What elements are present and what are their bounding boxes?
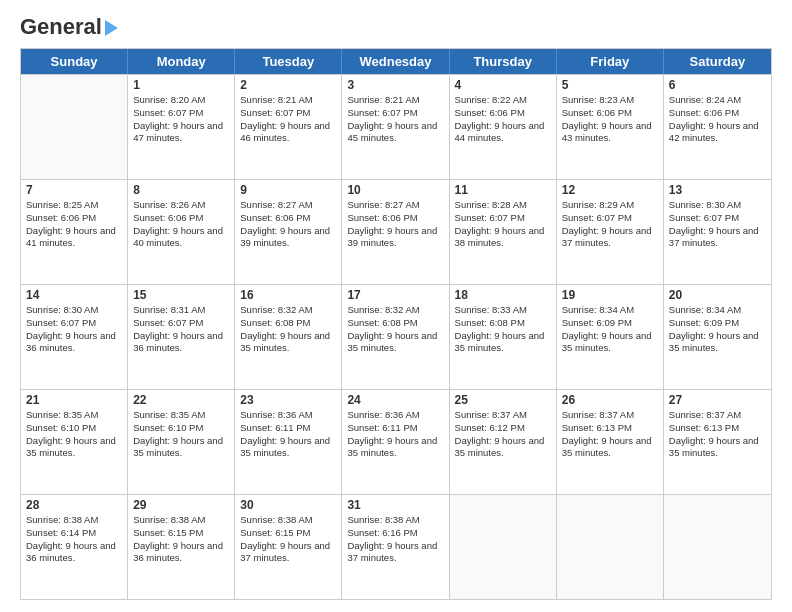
calendar-cell-3-3: 16 Sunrise: 8:32 AM Sunset: 6:08 PM Dayl…	[235, 285, 342, 389]
sunrise-text: Sunrise: 8:38 AM	[133, 514, 229, 527]
day-number: 18	[455, 288, 551, 302]
cell-info: Sunrise: 8:27 AM Sunset: 6:06 PM Dayligh…	[240, 199, 336, 250]
sunset-text: Sunset: 6:08 PM	[347, 317, 443, 330]
cell-info: Sunrise: 8:37 AM Sunset: 6:12 PM Dayligh…	[455, 409, 551, 460]
sunset-text: Sunset: 6:16 PM	[347, 527, 443, 540]
cell-info: Sunrise: 8:32 AM Sunset: 6:08 PM Dayligh…	[347, 304, 443, 355]
sunset-text: Sunset: 6:07 PM	[669, 212, 766, 225]
cell-info: Sunrise: 8:27 AM Sunset: 6:06 PM Dayligh…	[347, 199, 443, 250]
calendar-cell-4-7: 27 Sunrise: 8:37 AM Sunset: 6:13 PM Dayl…	[664, 390, 771, 494]
sunrise-text: Sunrise: 8:34 AM	[669, 304, 766, 317]
calendar-cell-4-1: 21 Sunrise: 8:35 AM Sunset: 6:10 PM Dayl…	[21, 390, 128, 494]
day-number: 11	[455, 183, 551, 197]
cell-info: Sunrise: 8:33 AM Sunset: 6:08 PM Dayligh…	[455, 304, 551, 355]
calendar-cell-1-1	[21, 75, 128, 179]
calendar-cell-4-6: 26 Sunrise: 8:37 AM Sunset: 6:13 PM Dayl…	[557, 390, 664, 494]
header-sunday: Sunday	[21, 49, 128, 74]
calendar-cell-5-2: 29 Sunrise: 8:38 AM Sunset: 6:15 PM Dayl…	[128, 495, 235, 599]
cell-info: Sunrise: 8:37 AM Sunset: 6:13 PM Dayligh…	[669, 409, 766, 460]
header-tuesday: Tuesday	[235, 49, 342, 74]
sunset-text: Sunset: 6:07 PM	[133, 107, 229, 120]
logo-arrow-icon	[105, 20, 118, 36]
daylight-text: Daylight: 9 hours and 36 minutes.	[26, 540, 122, 566]
calendar-week-row-2: 7 Sunrise: 8:25 AM Sunset: 6:06 PM Dayli…	[21, 179, 771, 284]
calendar-cell-5-3: 30 Sunrise: 8:38 AM Sunset: 6:15 PM Dayl…	[235, 495, 342, 599]
sunset-text: Sunset: 6:07 PM	[347, 107, 443, 120]
cell-info: Sunrise: 8:23 AM Sunset: 6:06 PM Dayligh…	[562, 94, 658, 145]
sunrise-text: Sunrise: 8:35 AM	[26, 409, 122, 422]
calendar-cell-1-2: 1 Sunrise: 8:20 AM Sunset: 6:07 PM Dayli…	[128, 75, 235, 179]
calendar-cell-3-2: 15 Sunrise: 8:31 AM Sunset: 6:07 PM Dayl…	[128, 285, 235, 389]
day-number: 1	[133, 78, 229, 92]
sunrise-text: Sunrise: 8:38 AM	[347, 514, 443, 527]
sunset-text: Sunset: 6:12 PM	[455, 422, 551, 435]
daylight-text: Daylight: 9 hours and 35 minutes.	[669, 435, 766, 461]
header-thursday: Thursday	[450, 49, 557, 74]
sunset-text: Sunset: 6:13 PM	[562, 422, 658, 435]
sunrise-text: Sunrise: 8:37 AM	[562, 409, 658, 422]
calendar-cell-3-7: 20 Sunrise: 8:34 AM Sunset: 6:09 PM Dayl…	[664, 285, 771, 389]
daylight-text: Daylight: 9 hours and 35 minutes.	[562, 435, 658, 461]
day-number: 10	[347, 183, 443, 197]
sunset-text: Sunset: 6:14 PM	[26, 527, 122, 540]
calendar-week-row-5: 28 Sunrise: 8:38 AM Sunset: 6:14 PM Dayl…	[21, 494, 771, 599]
calendar-cell-4-5: 25 Sunrise: 8:37 AM Sunset: 6:12 PM Dayl…	[450, 390, 557, 494]
sunrise-text: Sunrise: 8:30 AM	[669, 199, 766, 212]
cell-info: Sunrise: 8:34 AM Sunset: 6:09 PM Dayligh…	[562, 304, 658, 355]
calendar-cell-2-3: 9 Sunrise: 8:27 AM Sunset: 6:06 PM Dayli…	[235, 180, 342, 284]
daylight-text: Daylight: 9 hours and 35 minutes.	[240, 330, 336, 356]
day-number: 26	[562, 393, 658, 407]
daylight-text: Daylight: 9 hours and 39 minutes.	[240, 225, 336, 251]
daylight-text: Daylight: 9 hours and 37 minutes.	[240, 540, 336, 566]
calendar-body: 1 Sunrise: 8:20 AM Sunset: 6:07 PM Dayli…	[21, 74, 771, 599]
sunrise-text: Sunrise: 8:31 AM	[133, 304, 229, 317]
day-number: 22	[133, 393, 229, 407]
day-number: 4	[455, 78, 551, 92]
daylight-text: Daylight: 9 hours and 37 minutes.	[669, 225, 766, 251]
sunrise-text: Sunrise: 8:21 AM	[347, 94, 443, 107]
calendar-cell-1-4: 3 Sunrise: 8:21 AM Sunset: 6:07 PM Dayli…	[342, 75, 449, 179]
daylight-text: Daylight: 9 hours and 47 minutes.	[133, 120, 229, 146]
cell-info: Sunrise: 8:25 AM Sunset: 6:06 PM Dayligh…	[26, 199, 122, 250]
day-number: 25	[455, 393, 551, 407]
sunset-text: Sunset: 6:06 PM	[562, 107, 658, 120]
daylight-text: Daylight: 9 hours and 36 minutes.	[133, 540, 229, 566]
daylight-text: Daylight: 9 hours and 35 minutes.	[240, 435, 336, 461]
sunset-text: Sunset: 6:07 PM	[26, 317, 122, 330]
cell-info: Sunrise: 8:28 AM Sunset: 6:07 PM Dayligh…	[455, 199, 551, 250]
calendar-cell-5-7	[664, 495, 771, 599]
sunrise-text: Sunrise: 8:21 AM	[240, 94, 336, 107]
day-number: 21	[26, 393, 122, 407]
daylight-text: Daylight: 9 hours and 35 minutes.	[347, 435, 443, 461]
daylight-text: Daylight: 9 hours and 44 minutes.	[455, 120, 551, 146]
day-number: 16	[240, 288, 336, 302]
page: General Sunday Monday Tuesday Wednesday …	[0, 0, 792, 612]
calendar-cell-2-6: 12 Sunrise: 8:29 AM Sunset: 6:07 PM Dayl…	[557, 180, 664, 284]
sunrise-text: Sunrise: 8:29 AM	[562, 199, 658, 212]
day-number: 9	[240, 183, 336, 197]
cell-info: Sunrise: 8:37 AM Sunset: 6:13 PM Dayligh…	[562, 409, 658, 460]
cell-info: Sunrise: 8:34 AM Sunset: 6:09 PM Dayligh…	[669, 304, 766, 355]
sunrise-text: Sunrise: 8:36 AM	[347, 409, 443, 422]
cell-info: Sunrise: 8:38 AM Sunset: 6:15 PM Dayligh…	[133, 514, 229, 565]
day-number: 28	[26, 498, 122, 512]
cell-info: Sunrise: 8:32 AM Sunset: 6:08 PM Dayligh…	[240, 304, 336, 355]
cell-info: Sunrise: 8:22 AM Sunset: 6:06 PM Dayligh…	[455, 94, 551, 145]
daylight-text: Daylight: 9 hours and 37 minutes.	[562, 225, 658, 251]
day-number: 23	[240, 393, 336, 407]
cell-info: Sunrise: 8:38 AM Sunset: 6:14 PM Dayligh…	[26, 514, 122, 565]
day-number: 24	[347, 393, 443, 407]
sunrise-text: Sunrise: 8:27 AM	[240, 199, 336, 212]
sunset-text: Sunset: 6:07 PM	[455, 212, 551, 225]
sunrise-text: Sunrise: 8:20 AM	[133, 94, 229, 107]
daylight-text: Daylight: 9 hours and 35 minutes.	[347, 330, 443, 356]
day-number: 5	[562, 78, 658, 92]
daylight-text: Daylight: 9 hours and 35 minutes.	[455, 435, 551, 461]
calendar-cell-3-6: 19 Sunrise: 8:34 AM Sunset: 6:09 PM Dayl…	[557, 285, 664, 389]
daylight-text: Daylight: 9 hours and 43 minutes.	[562, 120, 658, 146]
calendar-cell-1-7: 6 Sunrise: 8:24 AM Sunset: 6:06 PM Dayli…	[664, 75, 771, 179]
day-number: 2	[240, 78, 336, 92]
sunrise-text: Sunrise: 8:25 AM	[26, 199, 122, 212]
day-number: 6	[669, 78, 766, 92]
day-number: 8	[133, 183, 229, 197]
